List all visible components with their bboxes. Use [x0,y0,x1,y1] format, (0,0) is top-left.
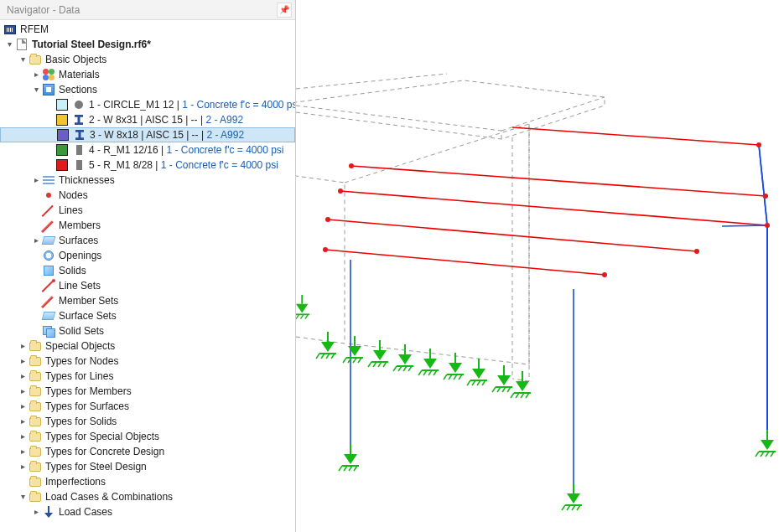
expand-icon[interactable]: ▸ [17,414,29,429]
expand-icon[interactable]: ▸ [17,429,29,444]
document-icon [15,38,29,51]
solid-sets-icon [42,324,55,338]
tree-item-label: Solids [59,263,86,278]
tree-item-member-sets[interactable]: Member Sets [0,293,295,308]
loadcase-icon [42,505,55,519]
shape-ibeam-icon [72,113,86,127]
svg-line-8 [296,74,447,89]
folder-icon [29,385,42,398]
tree-item-imperfections[interactable]: Imperfections [0,474,295,489]
expand-icon[interactable]: ▾ [17,52,29,67]
tree-item-nodes[interactable]: Nodes [0,188,295,203]
tree-item-materials[interactable]: ▸ Materials [0,67,295,82]
tree-item-line-sets[interactable]: Line Sets [0,278,295,293]
tree-item-surface-sets[interactable]: Surface Sets [0,308,295,323]
shape-ibeam-icon [73,128,86,142]
expand-icon[interactable]: ▸ [17,338,29,354]
tree-item-types-special-objects[interactable]: ▸ Types for Special Objects [0,429,295,444]
tree-item-types-members[interactable]: ▸ Types for Members [0,384,295,399]
tree-item-types-concrete-design[interactable]: ▸ Types for Concrete Design [0,444,295,459]
folder-icon [29,400,42,413]
folder-icon [29,430,42,443]
expand-icon[interactable]: ▾ [17,489,29,504]
model-viewport[interactable] [296,0,784,532]
tree-item-label: Member Sets [59,293,118,308]
tree-item-types-surfaces[interactable]: ▸ Types for Surfaces [0,399,295,414]
expand-icon[interactable]: ▸ [17,399,29,414]
pin-icon[interactable]: 📌 [277,3,292,18]
tree-item-thicknesses[interactable]: ▸ Thicknesses [0,173,295,188]
expand-icon[interactable]: ▸ [17,369,29,384]
navigator-tree[interactable]: RFEM ▾ Tutorial Steel Design.rf6* ▾ Basi… [0,20,295,532]
tree-item-section-3[interactable]: 3 - W 8x18 | AISC 15 | -- | 2 - A992 [0,127,295,142]
tree-item-openings[interactable]: Openings [0,248,295,263]
swatch-icon [55,143,69,157]
rfem-icon [3,23,17,36]
expand-icon[interactable]: ▸ [17,354,29,369]
materials-icon [42,68,55,81]
tree-item-section-4[interactable]: 4 - R_M1 12/16 | 1 - Concrete f'c = 4000… [0,142,295,158]
folder-icon [29,490,42,504]
tree-item-section-1[interactable]: 1 - CIRCLE_M1 12 | 1 - Concrete f'c = 40… [0,97,295,112]
tree-item-label: Types for Nodes [45,354,118,369]
svg-line-12 [325,250,605,275]
sections-label: Sections [59,82,97,97]
tree-item-load-cases-combinations[interactable]: ▾ Load Cases & Combinations [0,489,295,504]
tree-item-types-lines[interactable]: ▸ Types for Lines [0,369,295,384]
expand-icon[interactable]: ▸ [30,233,42,248]
shape-rect-icon [72,143,86,157]
member-icon [42,219,55,232]
tree-item-project[interactable]: ▾ Tutorial Steel Design.rf6* [0,37,295,52]
section-item-label: 4 - R_M1 12/16 | 1 - Concrete f'c = 4000… [89,142,284,158]
tree-item-members[interactable]: Members [0,218,295,233]
tree-item-label: Types for Members [45,384,132,399]
root-label: RFEM [20,22,49,37]
tree-item-solids[interactable]: Solids [0,263,295,278]
tree-item-label: Types for Concrete Design [45,444,164,459]
expand-icon[interactable]: ▾ [30,82,42,97]
member-sets-icon [42,294,55,307]
openings-icon [42,249,55,262]
svg-line-15 [351,166,766,196]
tree-item-section-2[interactable]: 2 - W 8x31 | AISC 15 | -- | 2 - A992 [0,112,295,127]
tree-item-basic-objects[interactable]: ▾ Basic Objects [0,52,295,67]
tree-item-section-5[interactable]: 5 - R_M1 8/28 | 1 - Concrete f'c = 4000 … [0,158,295,173]
expand-icon[interactable]: ▸ [17,444,29,459]
tree-item-surfaces[interactable]: ▸ Surfaces [0,233,295,248]
navigator-title: Navigator - Data [7,4,277,16]
sections-icon [42,83,55,96]
expand-icon[interactable]: ▸ [30,504,42,519]
expand-icon[interactable]: ▸ [30,173,42,188]
tree-item-special-objects[interactable]: ▸ Special Objects [0,338,295,354]
tree-item-label: Lines [59,203,83,218]
expand-icon[interactable]: ▸ [17,459,29,474]
tree-item-label: Openings [59,248,101,263]
tree-item-lines[interactable]: Lines [0,203,295,218]
solid-icon [42,264,55,277]
swatch-icon [55,113,69,127]
tree-item-solid-sets[interactable]: Solid Sets [0,323,295,338]
tree-item-label: Solid Sets [59,323,104,338]
svg-line-11 [512,379,529,381]
project-label: Tutorial Steel Design.rf6* [32,37,151,52]
tree-item-label: Special Objects [45,338,115,354]
tree-root-rfem[interactable]: RFEM [0,22,295,37]
swatch-icon [56,128,70,142]
tree-item-label: Load Cases [59,504,112,519]
tree-item-label: Types for Lines [45,369,113,384]
swatch-icon [55,158,69,172]
tree-item-types-nodes[interactable]: ▸ Types for Nodes [0,354,295,369]
expand-icon[interactable]: ▸ [17,384,29,399]
tree-item-label: Surface Sets [59,308,117,323]
expand-icon[interactable]: ▸ [30,67,42,82]
tree-item-types-solids[interactable]: ▸ Types for Solids [0,414,295,429]
tree-item-label: Thicknesses [59,173,115,188]
tree-item-sections[interactable]: ▾ Sections [0,82,295,97]
section-item-label: 1 - CIRCLE_M1 12 | 1 - Concrete f'c = 40… [89,97,295,112]
expand-icon[interactable]: ▾ [3,37,15,52]
tree-item-types-steel-design[interactable]: ▸ Types for Steel Design [0,459,295,474]
materials-label: Materials [59,67,100,82]
tree-item-load-cases[interactable]: ▸ Load Cases [0,504,295,519]
folder-icon [29,415,42,428]
tree-item-label: Nodes [59,188,88,203]
